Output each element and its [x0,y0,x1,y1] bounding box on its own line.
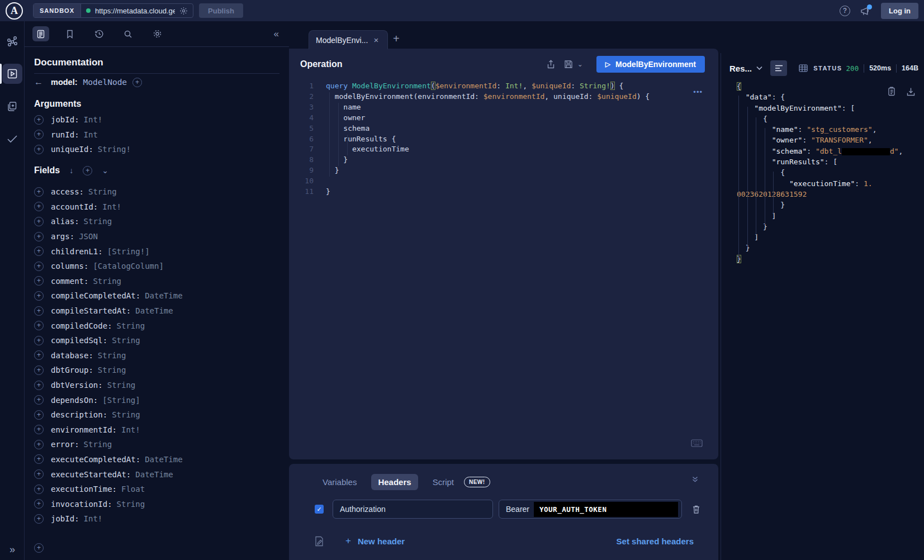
add-field-button[interactable]: + [34,321,44,330]
field-type[interactable]: [String!] [107,247,150,256]
field-name-link[interactable]: environmentId: [51,425,117,434]
add-field-button[interactable]: + [34,306,44,316]
add-field-button[interactable]: + [34,187,44,197]
run-operation-button[interactable]: ▷ ModelByEnvironment [596,56,705,73]
endpoint-url-box[interactable]: https://metadata.cloud.get [81,4,193,17]
field-type[interactable]: String [84,440,112,449]
field-name-link[interactable]: accountId: [51,202,98,211]
breadcrumb-type-link[interactable]: ModelNode [83,78,127,87]
field-name-link[interactable]: executeCompletedAt: [51,455,140,464]
add-field-button[interactable]: + [34,440,44,449]
field-name-link[interactable]: alias: [51,217,79,226]
field-name-link[interactable]: executeStartedAt: [51,470,131,479]
panel-divider[interactable] [721,53,721,560]
add-field-button[interactable]: + [34,350,44,360]
save-options-chevron-icon[interactable]: ⌄ [577,60,583,68]
history-icon[interactable] [91,26,107,41]
field-name-link[interactable]: dependsOn: [51,396,98,405]
back-arrow-icon[interactable]: ← [34,77,43,87]
field-type[interactable]: Float [121,485,145,493]
tab-headers[interactable]: Headers [371,474,418,490]
field-name-link[interactable]: compiledCode: [51,321,112,330]
field-type[interactable]: String [84,217,112,226]
field-name-link[interactable]: database: [51,351,93,360]
add-field-button[interactable]: + [34,410,44,420]
help-icon[interactable]: ? [840,6,850,16]
nav-schema-icon[interactable] [0,29,25,54]
add-field-button[interactable]: + [34,485,44,494]
login-button[interactable]: Log in [881,3,918,19]
nav-checks-icon[interactable] [0,126,25,151]
field-name-link[interactable]: columns: [51,262,88,270]
field-type[interactable]: Int! [121,425,140,434]
add-field-button[interactable]: + [34,276,44,286]
field-type[interactable]: String [98,366,126,374]
field-type[interactable]: String [107,381,136,390]
field-type[interactable]: DateTime [135,470,173,479]
field-type[interactable]: String [117,321,145,330]
save-operation-icon[interactable] [564,60,573,69]
raw-view-toggle-icon[interactable] [770,60,787,76]
table-view-toggle-icon[interactable] [795,60,812,76]
code-line[interactable]: 6 runResults { [289,134,718,145]
field-type[interactable]: DateTime [145,455,182,464]
add-field-button[interactable]: + [34,395,44,405]
field-name-link[interactable]: executionTime: [51,485,117,493]
add-type-button[interactable]: + [132,78,142,87]
add-field-button[interactable]: + [34,499,44,509]
schema-settings-gear-icon[interactable] [149,26,165,41]
endpoint-url[interactable]: https://metadata.cloud.get [95,7,175,15]
add-field-button[interactable]: + [34,246,44,256]
add-field-button[interactable]: + [34,469,44,479]
share-operation-icon[interactable] [547,60,555,69]
header-enabled-checkbox[interactable]: ✓ [315,505,324,514]
collapse-docs-icon[interactable]: « [274,29,279,40]
field-name-link[interactable]: description: [51,410,107,419]
field-name-link[interactable]: compiledSql: [51,336,107,345]
code-line[interactable]: 10 [289,176,718,187]
field-type[interactable]: JSON [79,232,98,241]
response-dropdown[interactable]: Res... [729,64,752,73]
field-name-link[interactable]: access: [51,187,84,196]
endpoint-settings-gear-icon[interactable] [179,7,188,15]
bookmarks-icon[interactable] [61,26,78,41]
announcements-megaphone-icon[interactable] [860,6,871,16]
add-field-button[interactable]: + [34,291,44,301]
argument-type[interactable]: Int! [84,115,103,124]
add-field-button[interactable]: + [34,202,44,211]
fields-options-chevron-icon[interactable]: ⌄ [102,166,108,175]
publish-button[interactable]: Publish [199,3,243,18]
add-field-button[interactable]: + [34,425,44,434]
header-value-input[interactable]: Bearer YOUR_AUTH_TOKEN [499,500,682,519]
field-name-link[interactable]: compileStartedAt: [51,306,131,315]
field-type[interactable]: Int! [102,202,121,211]
apollo-logo[interactable]: A [6,2,23,20]
code-line[interactable]: 11} [289,187,718,197]
close-tab-icon[interactable]: × [373,35,378,45]
field-type[interactable]: String [117,500,145,509]
field-type[interactable]: [String] [102,396,140,405]
add-field-button[interactable]: + [34,366,44,375]
add-field-button[interactable]: + [34,336,44,345]
field-type[interactable]: String [98,351,126,360]
add-argument-button[interactable]: + [34,145,44,154]
field-name-link[interactable]: childrenL1: [51,247,103,256]
add-field-button[interactable]: + [34,514,44,524]
add-argument-button[interactable]: + [34,130,44,139]
field-name-link[interactable]: invocationId: [51,500,112,509]
argument-name-link[interactable]: uniqueId: [51,145,93,154]
argument-name-link[interactable]: runId: [51,130,79,139]
argument-name-link[interactable]: jobId: [51,115,79,124]
field-name-link[interactable]: dbtVersion: [51,381,103,390]
sort-fields-icon[interactable]: ↓ [69,166,73,175]
collapse-panel-chevrons-icon[interactable] [691,475,699,483]
new-tab-button[interactable]: + [393,32,400,45]
nav-explorer-icon[interactable] [0,61,25,86]
code-line[interactable]: 4 owner [289,113,718,124]
editor-more-options-button[interactable]: ••• [693,88,703,96]
field-type[interactable]: String [88,187,117,196]
graphql-code-editor[interactable]: 1query ModelByEnvironment($environmentId… [289,81,718,420]
code-line[interactable]: 1query ModelByEnvironment($environmentId… [289,81,718,92]
field-name-link[interactable]: dbtGroup: [51,366,93,374]
add-field-button[interactable]: + [34,543,44,553]
